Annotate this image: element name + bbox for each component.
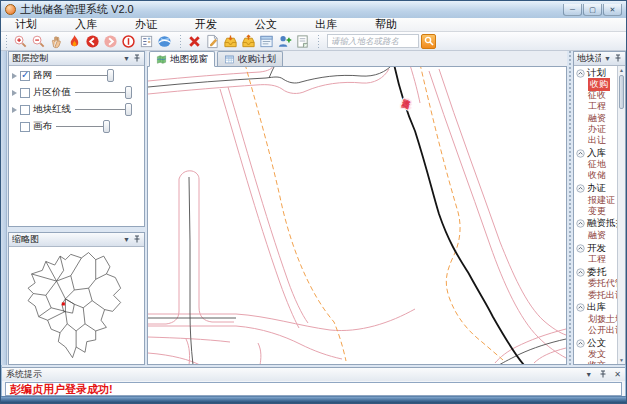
menu-item-3[interactable]: 开发 — [187, 17, 225, 32]
layer-item-0[interactable]: 路网 — [9, 67, 144, 84]
layer-checkbox[interactable] — [20, 71, 30, 81]
parcel-flow-panel: 地块流程 ▼ 计划收购征收工程融资办证出让入库征地收储办证报建证变更融资抵押融资… — [573, 51, 626, 365]
thumbnail-panel-header: 缩略图 ▼ — [9, 233, 144, 247]
close-button[interactable]: ✕ — [603, 4, 622, 16]
tree-item-6-1[interactable]: 公开出让 — [574, 325, 617, 336]
title-bar[interactable]: 土地储备管理系统 V2.0 ─ ▢ ✕ — [1, 1, 626, 18]
layer-item-2[interactable]: 地块红线 — [9, 101, 144, 118]
login-success-message: 彭编贞用户登录成功! — [10, 382, 113, 397]
zoom-out-icon — [31, 34, 46, 49]
form-button[interactable] — [257, 33, 275, 50]
forward-button[interactable] — [101, 33, 119, 50]
layer-checkbox[interactable] — [20, 105, 30, 115]
layer-checkbox[interactable] — [20, 122, 30, 132]
collapse-icon[interactable] — [576, 339, 587, 348]
pin-icon[interactable] — [133, 235, 141, 245]
tree-item-7-1[interactable]: 收文 — [574, 360, 617, 364]
search-icon — [424, 36, 434, 46]
scroll-up-icon[interactable]: ▲ — [618, 66, 625, 74]
add-user-button[interactable] — [275, 33, 293, 50]
import-button[interactable] — [221, 33, 239, 50]
tree-scrollbar[interactable]: ▲ ▼ — [617, 66, 625, 364]
collapse-icon[interactable] — [576, 244, 587, 253]
tab-acquisition-plan[interactable]: 收购计划 — [217, 51, 283, 66]
expander-icon[interactable] — [12, 107, 17, 113]
basemap-button[interactable] — [155, 33, 173, 50]
opacity-slider-track[interactable] — [75, 92, 125, 93]
tree-item-4-0[interactable]: 工程 — [574, 254, 617, 265]
expander-icon[interactable] — [12, 90, 17, 96]
expander-icon[interactable] — [12, 73, 17, 79]
back-button[interactable] — [83, 33, 101, 50]
scroll-down-icon[interactable]: ▼ — [618, 356, 625, 364]
menu-item-0[interactable]: 计划 — [7, 17, 45, 32]
collapse-icon[interactable] — [576, 219, 587, 228]
layer-control-panel: 图层控制 ▼ 路网片区价值地块红线画布 — [8, 51, 145, 227]
opacity-slider-thumb[interactable] — [107, 69, 114, 82]
application-window: 土地储备管理系统 V2.0 ─ ▢ ✕ 计划入库办证开发公文出库帮助 — [0, 0, 627, 404]
menu-item-5[interactable]: 出库 — [307, 17, 345, 32]
pan-button[interactable] — [47, 33, 65, 50]
opacity-slider-track[interactable] — [56, 75, 107, 76]
delete-icon — [187, 34, 202, 49]
collapse-icon[interactable] — [576, 268, 587, 277]
layer-item-3[interactable]: 画布 — [9, 118, 144, 135]
forward-icon — [103, 34, 118, 49]
menu-item-2[interactable]: 办证 — [127, 17, 165, 32]
layer-checkbox[interactable] — [20, 88, 30, 98]
opacity-slider-thumb[interactable] — [125, 103, 132, 116]
full-extent-button[interactable] — [65, 33, 83, 50]
tree-item-1-1[interactable]: 收储 — [574, 170, 617, 181]
thumbnail-panel-title: 缩略图 — [12, 233, 120, 246]
opacity-slider-thumb[interactable] — [103, 120, 110, 133]
chevron-down-icon[interactable]: ▼ — [604, 55, 611, 63]
search-button[interactable] — [421, 34, 436, 49]
menu-item-6[interactable]: 帮助 — [367, 17, 405, 32]
tree-item-5-1[interactable]: 委托出让 — [574, 289, 617, 300]
tab-map-window[interactable]: 地图视窗 — [149, 51, 215, 67]
chevron-down-icon[interactable]: ▼ — [123, 236, 130, 244]
legend-button[interactable] — [137, 33, 155, 50]
zoom-out-button[interactable] — [29, 33, 47, 50]
notes-button[interactable] — [293, 33, 311, 50]
minimize-button[interactable]: ─ — [563, 4, 582, 16]
edit-icon — [205, 34, 220, 49]
toolbar-drag-handle[interactable] — [317, 34, 320, 48]
zoom-in-button[interactable] — [11, 33, 29, 50]
toolbar-drag-handle[interactable] — [5, 34, 8, 48]
tree-item-0-5[interactable]: 出让 — [574, 135, 617, 146]
export-icon — [241, 34, 256, 49]
layer-item-1[interactable]: 片区价值 — [9, 84, 144, 101]
collapse-icon[interactable] — [576, 69, 587, 78]
export-button[interactable] — [239, 33, 257, 50]
toolbar-drag-handle[interactable] — [179, 34, 182, 48]
tree-item-2-1[interactable]: 变更 — [574, 206, 617, 217]
pin-icon[interactable] — [599, 370, 607, 380]
layer-label: 片区价值 — [33, 86, 71, 99]
scrollbar-thumb[interactable] — [619, 75, 624, 109]
identify-button[interactable] — [119, 33, 137, 50]
collapse-icon[interactable] — [576, 303, 587, 312]
flow-panel-header: 地块流程 ▼ — [574, 52, 625, 66]
system-prompt-header: 系统提示 ▼ ✕ — [2, 368, 625, 381]
delete-button[interactable] — [185, 33, 203, 50]
collapse-icon[interactable] — [576, 149, 587, 158]
chevron-down-icon[interactable]: ▼ — [585, 371, 592, 379]
search-input[interactable] — [327, 34, 419, 48]
collapse-icon[interactable] — [576, 184, 587, 193]
overview-map[interactable] — [9, 248, 144, 364]
window-title: 土地储备管理系统 V2.0 — [20, 2, 134, 17]
chevron-down-icon[interactable]: ▼ — [123, 55, 130, 63]
opacity-slider-thumb[interactable] — [125, 86, 132, 99]
pin-icon[interactable] — [614, 54, 622, 64]
pin-icon[interactable] — [133, 54, 141, 64]
menu-item-4[interactable]: 公文 — [247, 17, 285, 32]
close-icon[interactable]: ✕ — [614, 371, 621, 379]
edit-button[interactable] — [203, 33, 221, 50]
map-viewport[interactable]: 贵遵高速路 — [147, 67, 567, 365]
opacity-slider-track[interactable] — [75, 109, 125, 110]
maximize-button[interactable]: ▢ — [583, 4, 602, 16]
tree-item-3-0[interactable]: 融资 — [574, 230, 617, 241]
menu-item-1[interactable]: 入库 — [67, 17, 105, 32]
opacity-slider-track[interactable] — [56, 126, 103, 127]
